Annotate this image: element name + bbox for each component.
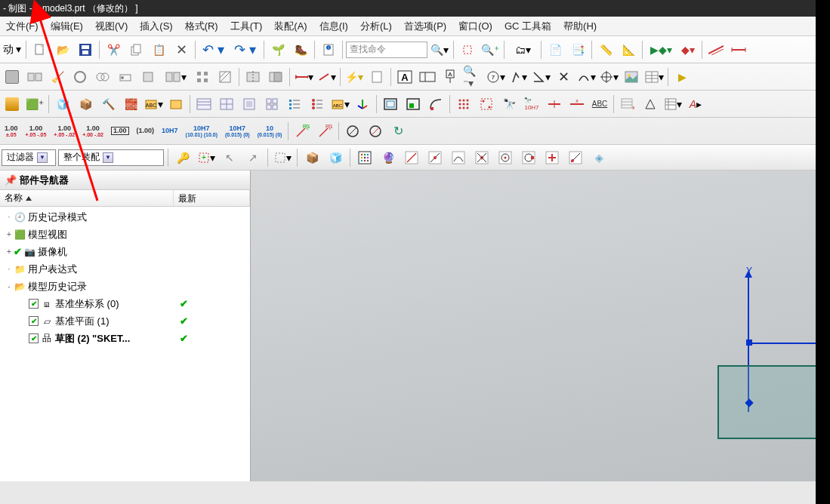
menu-info[interactable]: 信息(I) xyxy=(315,18,353,35)
transform-tool[interactable]: 🥾 xyxy=(290,39,311,60)
tree-view[interactable]: ·🕘历史记录模式+🟩模型视图+✔📷摄像机·📁用户表达式-📂模型历史记录✔⧆基准坐… xyxy=(0,207,250,481)
curve-tool[interactable]: ▾ xyxy=(575,66,597,88)
filter-combo[interactable]: 过滤器▼ xyxy=(2,149,56,166)
hatch-tool[interactable] xyxy=(214,66,236,88)
pattern-tool[interactable] xyxy=(192,66,213,88)
expander-icon[interactable]: · xyxy=(5,213,14,221)
menu-assembly[interactable]: 装配(A) xyxy=(270,18,311,35)
snap-cube[interactable]: ◈ xyxy=(588,147,609,168)
model-block-green[interactable]: 🟩⁺ xyxy=(24,94,45,115)
text-note[interactable]: A xyxy=(394,66,415,88)
red-dim-1[interactable]: ▾ xyxy=(293,66,314,88)
abc-underline[interactable]: ABC xyxy=(589,94,610,115)
shape-tool-5[interactable]: ▾ xyxy=(160,66,190,88)
tree-row-modelhist[interactable]: -📂模型历史记录 xyxy=(0,278,250,295)
red-line-1[interactable] xyxy=(728,39,749,60)
sel-add[interactable]: +▾ xyxy=(196,147,217,168)
checkbox[interactable]: ✔ xyxy=(29,333,39,343)
sketch-rectangle[interactable] xyxy=(717,365,816,439)
command-search[interactable]: 查找命令 xyxy=(346,41,427,58)
sel-box3d[interactable]: 📦 xyxy=(301,147,322,168)
search-run[interactable]: 🔍▾ xyxy=(429,39,450,60)
open-button[interactable]: 📂 xyxy=(52,39,73,60)
shape-tool-4[interactable] xyxy=(137,66,159,88)
shape-tool-3[interactable] xyxy=(115,66,136,88)
red-dim-2[interactable]: ▾ xyxy=(316,66,337,88)
col-name[interactable]: 名称 xyxy=(0,190,174,206)
section-tool-1[interactable] xyxy=(242,66,264,88)
fit-view[interactable] xyxy=(457,39,478,60)
red-measure-x[interactable]: x xyxy=(566,94,588,115)
red-cross-h[interactable] xyxy=(544,94,565,115)
refresh-tool[interactable]: ↻ xyxy=(387,121,409,142)
sel-arrow-1[interactable]: ↖ xyxy=(219,147,240,168)
paste-button[interactable]: 📋 xyxy=(148,39,169,60)
snap-line-1[interactable] xyxy=(401,147,422,168)
new-button[interactable] xyxy=(29,39,51,60)
menu-tools[interactable]: 工具(T) xyxy=(226,18,267,35)
snap-ball[interactable]: 🔮 xyxy=(378,147,399,168)
tree-row-datum-plane[interactable]: ✔▱基准平面 (1)✔ xyxy=(0,312,250,330)
frame-3[interactable] xyxy=(425,94,446,115)
copy-button[interactable] xyxy=(125,39,147,60)
menu-window[interactable]: 窗口(O) xyxy=(454,18,497,35)
snap-grid[interactable] xyxy=(354,147,375,168)
sheet-2[interactable]: 📑 xyxy=(567,39,588,60)
zoom-out[interactable]: 🔍⁻▾ xyxy=(462,66,483,88)
col-latest[interactable]: 最新 xyxy=(174,190,250,206)
snap-arc[interactable] xyxy=(448,147,469,168)
diam-1[interactable] xyxy=(342,121,363,142)
red-a-tool[interactable]: A▸ xyxy=(685,94,706,115)
section-tool-2[interactable] xyxy=(265,66,286,88)
dim-h7-4[interactable]: 10(0.015) (0) xyxy=(255,123,285,140)
frame-2[interactable] xyxy=(403,94,424,115)
tree-row-sketch[interactable]: ✔品草图 (2) "SKET...✔ xyxy=(0,330,250,347)
model-block-yellow[interactable] xyxy=(2,94,23,115)
abc-block[interactable]: ABC▾ xyxy=(329,94,350,115)
measure-dist[interactable]: 📏 xyxy=(595,39,616,60)
snap-quad[interactable] xyxy=(518,147,539,168)
dim-basic[interactable]: 1.00 xyxy=(108,124,132,137)
diam-2[interactable] xyxy=(365,121,386,142)
table-1[interactable] xyxy=(193,94,214,115)
solid-2[interactable]: 📦 xyxy=(75,94,96,115)
grid-x[interactable]: x xyxy=(617,94,638,115)
erase-tool[interactable]: 🧹 xyxy=(47,66,68,88)
snap-point[interactable] xyxy=(565,147,586,168)
red-grid-2[interactable] xyxy=(476,94,497,115)
menu-preferences[interactable]: 首选项(P) xyxy=(400,18,451,35)
dim-tol-3[interactable]: 1.00+.05 -.02 xyxy=(51,123,78,140)
dim-ref[interactable]: 1.00 xyxy=(134,125,158,137)
filter-red[interactable]: ◆▾ xyxy=(677,39,699,60)
center-mark[interactable]: ▾ xyxy=(598,66,619,88)
table-3[interactable] xyxy=(239,94,260,115)
solid-5[interactable]: ABC▾ xyxy=(143,94,164,115)
expander-icon[interactable]: - xyxy=(5,282,14,290)
menu-insert[interactable]: 插入(S) xyxy=(135,18,177,35)
filter-green[interactable]: ▶◆▾ xyxy=(646,39,676,60)
frame-1[interactable] xyxy=(380,94,401,115)
sel-rect[interactable]: ▾ xyxy=(272,147,293,168)
menu-view[interactable]: 视图(V) xyxy=(91,18,132,35)
scope-combo[interactable]: 整个装配▼ xyxy=(58,149,164,166)
undo-button[interactable]: ↶ ▾ xyxy=(199,39,229,60)
table-4[interactable] xyxy=(261,94,282,115)
expander-icon[interactable]: + xyxy=(5,230,14,238)
save-button[interactable] xyxy=(75,39,96,60)
lightning-tool[interactable]: ⚡▾ xyxy=(344,66,365,88)
mag-plus[interactable]: 🔍⁺ xyxy=(480,39,501,60)
axis-tool[interactable] xyxy=(352,94,373,115)
tree-row-datum-csys[interactable]: ✔⧆基准坐标系 (0)✔ xyxy=(0,295,250,312)
start-dropdown[interactable]: 动 ▾ xyxy=(2,39,23,60)
tree-row-modelview[interactable]: +🟩模型视图 xyxy=(0,226,250,243)
layer-button[interactable]: 🗂▾ xyxy=(508,39,538,60)
tree-row-camera[interactable]: +✔📷摄像机 xyxy=(0,243,250,260)
binoculars-1[interactable]: 🔭 xyxy=(498,94,520,115)
expander-icon[interactable]: + xyxy=(5,247,14,256)
tree-row-userexpr[interactable]: ·📁用户表达式 xyxy=(0,260,250,278)
tree-row-history[interactable]: ·🕘历史记录模式 xyxy=(0,208,250,226)
cross-tool[interactable]: ✕ xyxy=(553,66,574,88)
redo-button[interactable]: ↷ ▾ xyxy=(230,39,261,60)
seed-tool[interactable]: 🌱 xyxy=(267,39,288,60)
view-tool-1[interactable] xyxy=(2,66,23,88)
